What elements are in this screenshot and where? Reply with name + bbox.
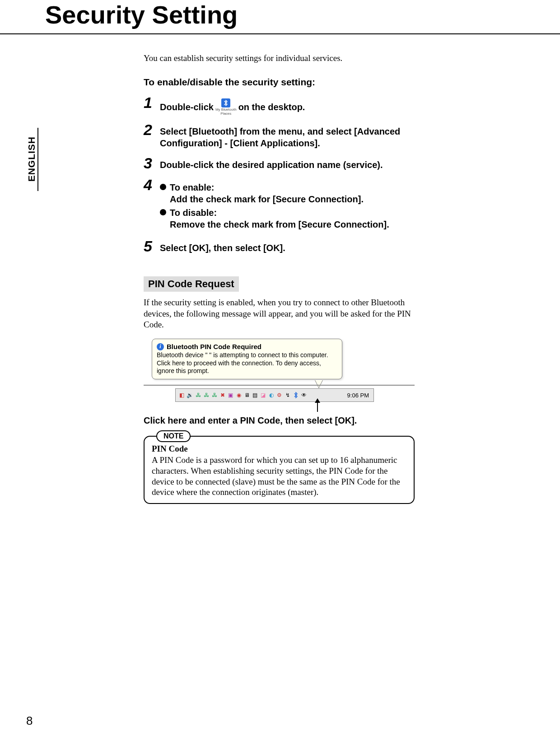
step-2: 2 Select [Bluetooth] from the menu, and … [144,122,415,149]
tray-network-icon: 🖧 [211,392,218,399]
balloon-title: Bluetooth PIN Code Required [167,343,261,350]
procedure-heading: To enable/disable the security setting: [144,77,415,88]
note-body: A PIN Code is a password for which you c… [152,455,406,498]
tray-icon: ✖ [219,392,226,399]
tray-monitor-icon: 🖥 [243,392,250,399]
step-text-after: on the desktop. [238,101,305,113]
step-body: Select [Bluetooth] from the menu, and se… [160,122,415,149]
bullet-label: To disable: [170,207,217,219]
page-number: 8 [26,714,33,728]
bluetooth-icon [221,98,230,107]
intro-text: You can establish security settings for … [144,53,415,63]
tray-icon: ◐ [268,392,275,399]
bullet-dot-icon [160,184,166,190]
step-text-before: Double-click [160,101,214,113]
bullet-item-disable: To disable: [160,207,389,219]
step-number: 3 [144,155,160,171]
tray-icon: ◧ [178,392,185,399]
language-tab-border [37,128,38,191]
pin-illustration: i Bluetooth PIN Code Required Bluetooth … [144,339,415,411]
pointer-arrow-icon [317,402,318,412]
tray-icon: 👁 [300,392,307,399]
tray-bluetooth-icon [292,392,299,399]
tray-network-icon: 🖧 [195,392,201,399]
page-title: Security Setting [45,0,238,29]
title-rule [0,33,560,34]
tray-clock: 9:06 PM [345,392,371,399]
step-number: 5 [144,238,160,254]
step-body: Select [OK], then select [OK]. [160,238,285,254]
balloon-body: Bluetooth device " " is attempting to co… [157,351,337,375]
step-1: 1 Double-click My Bluetooth Places on th… [144,95,415,116]
note-label: NOTE [156,430,191,442]
content-column: You can establish security settings for … [144,53,415,504]
icon-caption-bottom: Places [220,112,231,116]
icon-caption-top: My Bluetooth [215,108,237,112]
pin-section-heading: PIN Code Request [144,276,239,292]
tray-gear-icon: ⚙ [276,392,283,399]
bullet-subtext: Add the check mark for [Secure Connectio… [170,193,389,205]
note-box: NOTE PIN Code A PIN Code is a password f… [144,436,415,504]
pin-section-body: If the security setting is enabled, when… [144,297,415,331]
tray-icon: ◉ [235,392,242,399]
step-body: Double-click the desired application nam… [160,155,383,171]
tray-icon: ▣ [227,392,234,399]
bullet-dot-icon [160,209,166,215]
notification-balloon: i Bluetooth PIN Code Required Bluetooth … [152,339,342,379]
taskbar-rule [144,385,415,386]
step-3: 3 Double-click the desired application n… [144,155,415,171]
bullet-subtext: Remove the check mark from [Secure Conne… [170,219,389,230]
step-5: 5 Select [OK], then select [OK]. [144,238,415,254]
click-caption: Click here and enter a PIN Code, then se… [144,415,415,426]
tray-network-icon: 🖧 [203,392,210,399]
note-heading: PIN Code [152,444,406,454]
balloon-tail [315,380,322,387]
step-body: To enable: Add the check mark for [Secur… [160,177,389,232]
step-body: Double-click My Bluetooth Places on the … [160,95,305,116]
step-number: 1 [144,95,160,110]
bullet-item-enable: To enable: [160,182,389,193]
info-icon: i [157,343,164,350]
tray-icon: ↯ [284,392,291,399]
language-tab: ENGLISH [26,136,37,182]
step-number: 4 [144,177,160,192]
bullet-label: To enable: [170,182,215,193]
step-number: 2 [144,122,160,137]
tray-volume-icon: 🔉 [187,392,193,399]
my-bluetooth-places-icon: My Bluetooth Places [215,98,237,116]
tray-icon: ◪ [260,392,266,399]
system-tray: ◧ 🔉 🖧 🖧 🖧 ✖ ▣ ◉ 🖥 ▤ ◪ ◐ ⚙ ↯ 👁 9:06 PM [175,388,374,402]
step-4: 4 To enable: Add the check mark for [Sec… [144,177,415,232]
tray-icon: ▤ [252,392,258,399]
